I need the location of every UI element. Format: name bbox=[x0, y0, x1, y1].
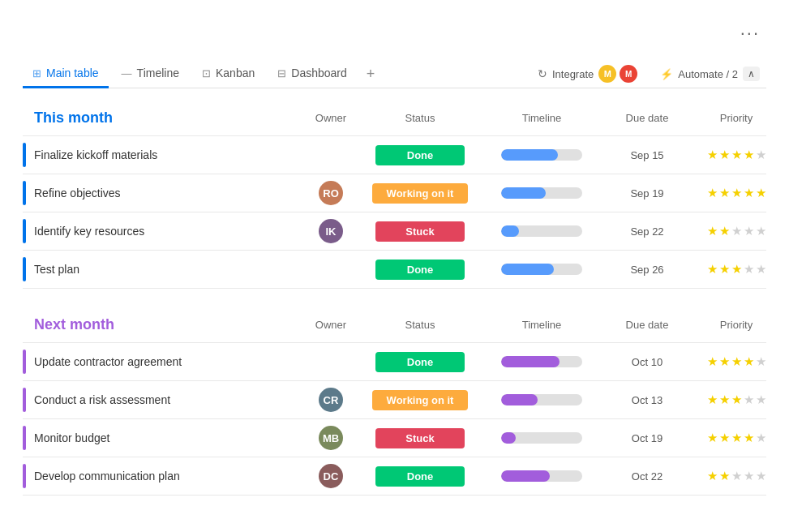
tab-timeline[interactable]: — Timeline bbox=[112, 60, 189, 88]
star-filled: ★ bbox=[731, 431, 742, 445]
status-badge[interactable]: Stuck bbox=[375, 221, 465, 242]
star-filled: ★ bbox=[731, 148, 742, 162]
star-empty: ★ bbox=[756, 393, 766, 407]
priority-cell: ★★★★★ bbox=[688, 141, 785, 169]
star-empty: ★ bbox=[744, 393, 754, 407]
section-stripe bbox=[23, 350, 26, 374]
star-filled: ★ bbox=[719, 186, 730, 200]
task-name-cell: Conduct a risk assessment bbox=[23, 381, 298, 418]
owner-cell: CR bbox=[298, 381, 363, 418]
status-badge[interactable]: Done bbox=[375, 466, 465, 487]
owner-cell bbox=[298, 148, 363, 161]
status-cell[interactable]: Done bbox=[363, 345, 477, 379]
star-empty: ★ bbox=[744, 224, 754, 238]
table-row: Refine objectives RO Working on it Sep 1… bbox=[23, 174, 766, 212]
star-filled: ★ bbox=[719, 224, 730, 238]
col-priority: Priority bbox=[688, 112, 785, 124]
section-next-month: Next month Owner Status Timeline Due dat… bbox=[23, 311, 766, 496]
due-date-cell: Oct 19 bbox=[607, 426, 688, 451]
priority-cell: ★★★★★ bbox=[688, 217, 785, 245]
integrate-avatars: M M bbox=[598, 65, 637, 83]
star-filled: ★ bbox=[719, 431, 730, 445]
star-filled: ★ bbox=[707, 148, 718, 162]
tab-dashboard[interactable]: ⊟ Dashboard bbox=[268, 60, 357, 88]
star-filled: ★ bbox=[731, 186, 742, 200]
table-row: Finalize kickoff materials Done Sep 15 ★… bbox=[23, 135, 766, 174]
status-cell[interactable]: Stuck bbox=[363, 422, 477, 455]
due-date-cell: Oct 10 bbox=[607, 350, 688, 375]
integrate-action[interactable]: ↻ Integrate M M bbox=[531, 62, 644, 86]
timeline-cell bbox=[477, 257, 607, 281]
owner-cell bbox=[298, 263, 363, 276]
status-badge[interactable]: Working on it bbox=[372, 183, 469, 204]
tab-main-table[interactable]: ⊞ Main table bbox=[23, 60, 109, 88]
table-icon: ⊞ bbox=[32, 67, 41, 79]
section-title: Next month bbox=[23, 316, 298, 333]
table-row: Monitor budget MB Stuck Oct 19 ★★★★★ bbox=[23, 418, 766, 457]
star-filled: ★ bbox=[731, 354, 742, 369]
more-options-button[interactable]: ··· bbox=[734, 19, 766, 47]
priority-cell: ★★★★★ bbox=[688, 424, 785, 452]
table-row: Update contractor agreement Done Oct 10 … bbox=[23, 342, 766, 380]
status-badge[interactable]: Working on it bbox=[372, 390, 469, 410]
star-filled: ★ bbox=[719, 469, 730, 483]
star-empty: ★ bbox=[756, 431, 766, 445]
due-date-cell: Sep 15 bbox=[607, 143, 688, 168]
table-row: Conduct a risk assessment CR Working on … bbox=[23, 380, 766, 418]
timeline-bar-bg bbox=[501, 356, 582, 367]
star-filled: ★ bbox=[719, 262, 730, 277]
timeline-bar-fill bbox=[501, 432, 516, 444]
status-badge[interactable]: Done bbox=[375, 352, 465, 372]
star-empty: ★ bbox=[756, 148, 766, 162]
due-date-cell: Sep 22 bbox=[607, 219, 688, 244]
priority-cell: ★★★★★ bbox=[688, 179, 785, 207]
timeline-cell bbox=[477, 181, 607, 205]
star-filled: ★ bbox=[707, 393, 718, 407]
priority-cell: ★★★★★ bbox=[688, 386, 785, 414]
automate-icon: ⚡ bbox=[660, 68, 673, 80]
star-filled: ★ bbox=[707, 262, 718, 277]
star-filled: ★ bbox=[719, 354, 730, 369]
timeline-cell bbox=[477, 426, 607, 450]
task-name: Conduct a risk assessment bbox=[34, 393, 170, 406]
status-cell[interactable]: Working on it bbox=[363, 384, 477, 417]
gmail-avatar: M bbox=[620, 65, 637, 83]
section-stripe bbox=[23, 388, 26, 412]
priority-cell: ★★★★★ bbox=[688, 255, 785, 283]
status-cell[interactable]: Working on it bbox=[363, 177, 477, 210]
star-filled: ★ bbox=[719, 148, 730, 162]
status-cell[interactable]: Stuck bbox=[363, 215, 477, 248]
task-name-cell: Finalize kickoff materials bbox=[23, 136, 298, 174]
collapse-button[interactable]: ∧ bbox=[743, 66, 760, 81]
task-name-cell: Test plan bbox=[23, 251, 298, 288]
task-name-cell: Update contractor agreement bbox=[23, 343, 298, 380]
task-name: Update contractor agreement bbox=[34, 355, 182, 368]
tab-kanban[interactable]: ⊡ Kanban bbox=[192, 60, 264, 88]
task-name-cell: Identify key resources bbox=[23, 212, 298, 250]
nav-tabs: ⊞ Main table — Timeline ⊡ Kanban ⊟ Dashb… bbox=[23, 60, 766, 88]
task-name-cell: Monitor budget bbox=[23, 419, 298, 457]
task-name: Refine objectives bbox=[34, 187, 121, 200]
star-filled: ★ bbox=[707, 354, 718, 369]
status-cell[interactable]: Done bbox=[363, 253, 477, 286]
status-badge[interactable]: Stuck bbox=[375, 428, 465, 448]
section-header: Next month Owner Status Timeline Due dat… bbox=[23, 311, 766, 339]
section-header: This month Owner Status Timeline Due dat… bbox=[23, 105, 766, 132]
status-badge[interactable]: Done bbox=[375, 260, 465, 280]
timeline-cell bbox=[477, 388, 607, 412]
add-col-header-cell: + bbox=[785, 108, 789, 127]
timeline-bar-fill bbox=[501, 264, 554, 275]
col-owner: Owner bbox=[298, 112, 363, 124]
timeline-cell bbox=[477, 143, 607, 167]
automate-action[interactable]: ⚡ Automate / 2 ∧ bbox=[654, 63, 766, 84]
star-filled: ★ bbox=[756, 186, 766, 200]
add-col-cell bbox=[785, 148, 789, 161]
star-filled: ★ bbox=[744, 431, 754, 445]
status-cell[interactable]: Done bbox=[363, 139, 477, 172]
section-stripe bbox=[23, 426, 26, 450]
status-cell[interactable]: Done bbox=[363, 460, 477, 493]
add-tab-button[interactable]: + bbox=[360, 61, 382, 88]
timeline-bar-bg bbox=[501, 149, 582, 161]
task-name-cell: Develop communication plan bbox=[23, 457, 298, 495]
status-badge[interactable]: Done bbox=[375, 145, 465, 165]
